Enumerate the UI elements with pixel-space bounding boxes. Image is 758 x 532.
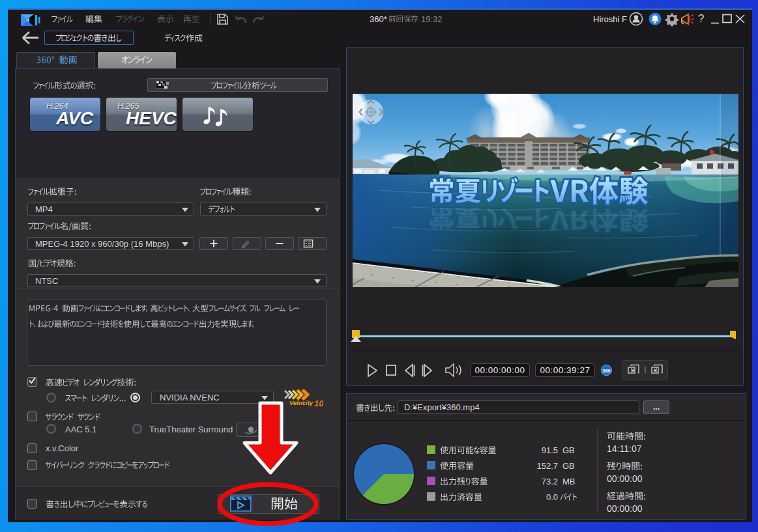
- svg-text:Velocity: Velocity: [289, 399, 313, 406]
- svg-text:10: 10: [314, 399, 323, 408]
